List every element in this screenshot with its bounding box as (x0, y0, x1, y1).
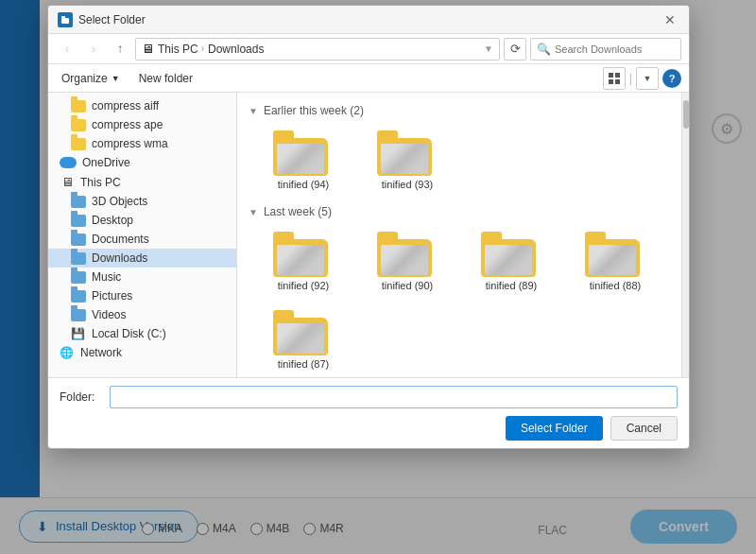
view-toggle-button[interactable] (603, 67, 626, 90)
toolbar-left-actions: Organize ▼ New folder (56, 70, 198, 87)
svg-rect-1 (61, 16, 65, 19)
breadcrumb-dropdown-icon[interactable]: ▼ (484, 43, 493, 54)
tree-item-compress-aiff[interactable]: compress aiff (48, 96, 236, 115)
folder-icon (71, 100, 86, 113)
dialog-title-area: Select Folder (58, 12, 146, 27)
folder-thumbnail (377, 230, 438, 277)
tree-item-this-pc[interactable]: 🖥 This PC (48, 172, 236, 192)
breadcrumb-pc-icon: 🖥 (142, 42, 154, 56)
svg-rect-3 (615, 73, 620, 78)
group-header-earlier-this-week: ▼ Earlier this week (2) (249, 104, 670, 117)
dialog-app-icon (58, 12, 73, 27)
tree-item-local-disk[interactable]: 💾 Local Disk (C:) (48, 324, 236, 343)
svg-rect-2 (609, 73, 613, 78)
organize-chevron-icon: ▼ (112, 74, 120, 83)
onedrive-icon (60, 157, 77, 168)
list-item[interactable]: tinified (87) (256, 304, 351, 373)
dialog-footer: Folder: Select Folder Cancel (48, 377, 689, 448)
svg-rect-5 (615, 79, 620, 84)
folder-icon (71, 215, 86, 227)
view-separator: | (629, 72, 632, 85)
folder-thumbnail (273, 230, 334, 277)
network-icon: 🌐 (60, 346, 75, 359)
list-item[interactable]: tinified (94) (256, 125, 351, 194)
dialog-close-button[interactable]: ✕ (661, 10, 679, 29)
tree-item-onedrive[interactable]: OneDrive (48, 153, 236, 172)
search-input[interactable] (555, 43, 668, 55)
tree-item-documents[interactable]: Documents (48, 230, 236, 249)
folder-thumbnail (377, 129, 438, 176)
group-chevron-icon[interactable]: ▼ (249, 207, 258, 217)
tree-item-compress-wma[interactable]: compress wma (48, 134, 236, 153)
folder-icon (71, 234, 86, 246)
folder-thumbnail (273, 308, 334, 355)
list-item[interactable]: tinified (92) (256, 226, 351, 295)
new-folder-button[interactable]: New folder (133, 70, 198, 87)
folder-input[interactable] (110, 386, 678, 408)
folder-icon (71, 138, 86, 150)
list-item[interactable]: tinified (89) (464, 226, 558, 295)
tree-item-desktop[interactable]: Desktop (48, 211, 236, 230)
breadcrumb-downloads[interactable]: Downloads (208, 43, 264, 56)
help-button[interactable]: ? (662, 69, 681, 88)
tree-item-3d-objects[interactable]: 3D Objects (48, 192, 236, 211)
files-grid-earlier-this-week: tinified (94) tinified (93) (249, 125, 670, 194)
downloads-folder-icon (71, 252, 86, 265)
list-item[interactable]: tinified (88) (568, 226, 662, 295)
tree-item-music[interactable]: Music (48, 268, 236, 286)
folder-thumbnail (481, 230, 541, 277)
files-grid-last-week: tinified (92) tinified (90) (249, 226, 670, 373)
breadcrumb-thispc[interactable]: This PC › (158, 43, 204, 56)
folder-tree-panel: compress aiff compress ape compress wma … (48, 93, 237, 377)
cancel-button[interactable]: Cancel (610, 416, 678, 441)
svg-rect-4 (609, 79, 613, 84)
folder-icon (71, 309, 86, 321)
folder-icon (71, 290, 86, 303)
refresh-button[interactable]: ⟳ (504, 38, 526, 61)
folder-label: Folder: (60, 390, 102, 404)
dialog-nav-toolbar: ‹ › ↑ 🖥 This PC › Downloads ▼ ⟳ 🔍 (48, 34, 689, 64)
dialog-body: compress aiff compress ape compress wma … (48, 93, 689, 377)
up-button[interactable]: ↑ (109, 38, 131, 61)
group-header-last-week: ▼ Last week (5) (249, 205, 670, 218)
view-dropdown-button[interactable]: ▼ (636, 67, 659, 90)
right-scrollbar[interactable] (681, 93, 689, 377)
view-icon (609, 73, 620, 84)
pc-icon: 🖥 (60, 175, 75, 189)
back-button[interactable]: ‹ (56, 38, 78, 61)
select-folder-button[interactable]: Select Folder (506, 416, 603, 441)
tree-item-videos[interactable]: Videos (48, 305, 236, 324)
folder-icon (71, 196, 86, 208)
select-folder-dialog: Select Folder ✕ ‹ › ↑ 🖥 This PC › Downlo… (47, 5, 690, 449)
files-panel: ▼ Earlier this week (2) tinified (94) (237, 93, 681, 377)
folder-input-row: Folder: (60, 386, 678, 408)
list-item[interactable]: tinified (90) (360, 226, 455, 295)
folder-thumbnail (273, 129, 334, 176)
tree-item-network[interactable]: 🌐 Network (48, 343, 236, 362)
breadcrumb-bar: 🖥 This PC › Downloads ▼ (135, 38, 500, 61)
dialog-titlebar: Select Folder ✕ (48, 6, 689, 34)
tree-item-compress-ape[interactable]: compress ape (48, 115, 236, 134)
dialog-secondary-toolbar: Organize ▼ New folder | ▼ ? (48, 64, 689, 93)
folder-thumbnail (585, 230, 645, 277)
tree-item-pictures[interactable]: Pictures (48, 286, 236, 305)
footer-buttons: Select Folder Cancel (60, 416, 678, 441)
disk-icon: 💾 (71, 327, 86, 340)
scrollbar-thumb[interactable] (683, 100, 689, 129)
forward-button[interactable]: › (82, 38, 105, 61)
toolbar-right-actions: | ▼ ? (603, 67, 681, 90)
folder-icon (71, 119, 86, 131)
list-item[interactable]: tinified (93) (360, 125, 455, 194)
dialog-title-text: Select Folder (78, 13, 146, 26)
folder-icon (71, 271, 86, 284)
search-icon: 🔍 (537, 43, 551, 56)
organize-button[interactable]: Organize ▼ (56, 70, 126, 87)
search-bar: 🔍 (530, 38, 681, 61)
group-chevron-icon[interactable]: ▼ (249, 106, 258, 116)
tree-item-downloads[interactable]: Downloads (48, 249, 236, 268)
